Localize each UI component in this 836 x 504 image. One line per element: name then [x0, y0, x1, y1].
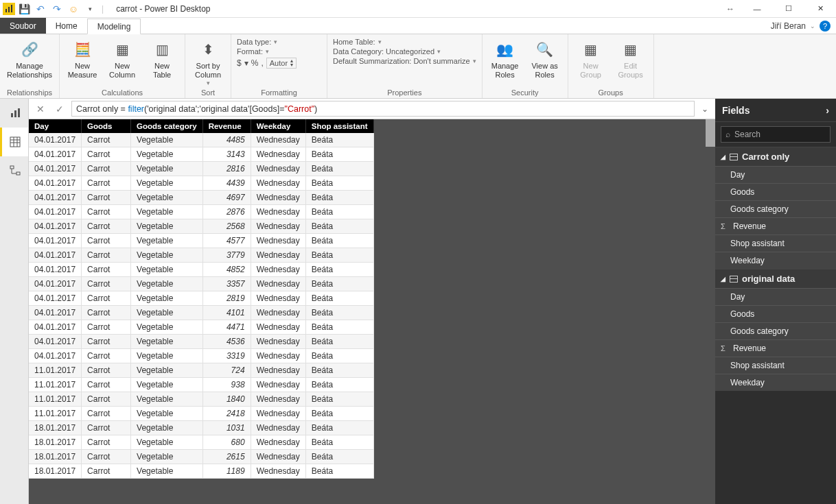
maximize-button[interactable]: ☐ — [773, 0, 804, 18]
table-cell[interactable]: Wednesday — [251, 234, 305, 248]
table-cell[interactable]: 04.01.2017 — [29, 248, 82, 263]
table-cell[interactable]: Wednesday — [251, 162, 305, 176]
table-cell[interactable]: Vegetable — [131, 205, 203, 219]
table-row[interactable]: 18.01.2017CarrotVegetable680WednesdayBeá… — [29, 435, 373, 450]
table-cell[interactable]: 04.01.2017 — [29, 191, 82, 205]
table-cell[interactable]: Beáta — [305, 464, 373, 479]
field-item[interactable]: Shop assistant — [715, 235, 836, 252]
table-row[interactable]: 04.01.2017CarrotVegetable4485WednesdayBe… — [29, 133, 373, 147]
table-cell[interactable]: Wednesday — [251, 176, 305, 191]
table-cell[interactable]: Beáta — [305, 277, 373, 291]
table-cell[interactable]: Beáta — [305, 392, 373, 407]
field-item[interactable]: Goods — [715, 183, 836, 200]
table-cell[interactable]: 18.01.2017 — [29, 450, 82, 464]
help-icon[interactable]: ? — [820, 21, 831, 32]
data-type-dropdown[interactable]: Data type:▾ — [237, 37, 321, 47]
table-cell[interactable]: Wednesday — [251, 363, 305, 378]
table-cell[interactable]: Vegetable — [131, 349, 203, 363]
table-cell[interactable]: Wednesday — [251, 133, 305, 147]
table-cell[interactable]: 2568 — [202, 219, 251, 234]
table-cell[interactable]: Wednesday — [251, 392, 305, 407]
table-cell[interactable]: Vegetable — [131, 162, 203, 176]
table-cell[interactable]: 3779 — [202, 248, 251, 263]
table-cell[interactable]: Vegetable — [131, 219, 203, 234]
table-cell[interactable]: Beáta — [305, 248, 373, 263]
table-row[interactable]: 04.01.2017CarrotVegetable4536WednesdayBe… — [29, 335, 373, 349]
table-cell[interactable]: 04.01.2017 — [29, 133, 82, 147]
resize-icon[interactable]: ↔ — [726, 4, 741, 14]
table-row[interactable]: 04.01.2017CarrotVegetable2568WednesdayBe… — [29, 219, 373, 234]
feedback-icon[interactable]: ☺ — [66, 1, 81, 16]
table-cell[interactable]: 04.01.2017 — [29, 291, 82, 306]
table-cell[interactable]: Carrot — [82, 363, 131, 378]
table-cell[interactable]: Beáta — [305, 162, 373, 176]
new-table-button[interactable]: ▥New Table — [145, 37, 179, 80]
chevron-down-icon[interactable]: ⌄ — [810, 23, 815, 29]
table-cell[interactable]: 04.01.2017 — [29, 320, 82, 335]
table-row[interactable]: 11.01.2017CarrotVegetable2418WednesdayBe… — [29, 407, 373, 421]
table-cell[interactable]: Beáta — [305, 421, 373, 435]
table-cell[interactable]: Vegetable — [131, 191, 203, 205]
table-cell[interactable]: Carrot — [82, 248, 131, 263]
default-summarization-dropdown[interactable]: Default Summarization: Don't summarize▾ — [333, 56, 476, 66]
new-group-button[interactable]: ▦New Group — [574, 37, 608, 80]
table-cell[interactable]: Wednesday — [251, 147, 305, 162]
table-cell[interactable]: 11.01.2017 — [29, 407, 82, 421]
field-item[interactable]: Shop assistant — [715, 357, 836, 374]
table-cell[interactable]: Vegetable — [131, 421, 203, 435]
data-view-button[interactable] — [0, 128, 28, 156]
table-cell[interactable]: Beáta — [305, 407, 373, 421]
field-item[interactable]: Day — [715, 288, 836, 305]
table-row[interactable]: 18.01.2017CarrotVegetable2615WednesdayBe… — [29, 450, 373, 464]
thousands-button[interactable]: , — [261, 58, 263, 68]
table-cell[interactable]: 04.01.2017 — [29, 205, 82, 219]
table-cell[interactable]: Beáta — [305, 349, 373, 363]
home-table-dropdown[interactable]: Home Table:▾ — [333, 37, 476, 47]
table-cell[interactable]: Vegetable — [131, 335, 203, 349]
table-cell[interactable]: Carrot — [82, 176, 131, 191]
qat-dropdown-icon[interactable]: ▾ — [82, 1, 97, 16]
table-cell[interactable]: Vegetable — [131, 464, 203, 479]
table-row[interactable]: 04.01.2017CarrotVegetable4697WednesdayBe… — [29, 191, 373, 205]
table-cell[interactable]: 04.01.2017 — [29, 219, 82, 234]
table-cell[interactable]: Wednesday — [251, 219, 305, 234]
table-row[interactable]: 18.01.2017CarrotVegetable1189WednesdayBe… — [29, 464, 373, 479]
table-cell[interactable]: Beáta — [305, 291, 373, 306]
table-cell[interactable]: Beáta — [305, 147, 373, 162]
field-item[interactable]: Weekday — [715, 374, 836, 391]
model-view-button[interactable] — [0, 156, 28, 185]
table-cell[interactable]: Wednesday — [251, 349, 305, 363]
table-row[interactable]: 04.01.2017CarrotVegetable3357WednesdayBe… — [29, 277, 373, 291]
table-cell[interactable]: 4697 — [202, 191, 251, 205]
chevron-right-icon[interactable]: › — [826, 105, 829, 116]
table-cell[interactable]: 04.01.2017 — [29, 234, 82, 248]
field-item[interactable]: Weekday — [715, 252, 836, 269]
table-cell[interactable]: 04.01.2017 — [29, 147, 82, 162]
table-cell[interactable]: Carrot — [82, 378, 131, 392]
table-cell[interactable]: Carrot — [82, 349, 131, 363]
table-cell[interactable]: Vegetable — [131, 392, 203, 407]
view-as-roles-button[interactable]: 🔍View as Roles — [528, 37, 562, 80]
field-item[interactable]: ΣRevenue — [715, 339, 836, 357]
user-name[interactable]: Jiří Beran — [771, 21, 806, 31]
table-cell[interactable]: Wednesday — [251, 450, 305, 464]
new-column-button[interactable]: ▦New Column — [105, 37, 139, 80]
undo-icon[interactable]: ↶ — [33, 1, 48, 16]
field-item[interactable]: Goods — [715, 305, 836, 322]
table-row[interactable]: 04.01.2017CarrotVegetable4852WednesdayBe… — [29, 263, 373, 277]
table-cell[interactable]: Beáta — [305, 234, 373, 248]
table-cell[interactable]: Beáta — [305, 205, 373, 219]
column-header[interactable]: Shop assistant — [305, 119, 373, 133]
table-cell[interactable]: Beáta — [305, 450, 373, 464]
manage-relationships-button[interactable]: 🔗Manage Relationships — [5, 37, 54, 80]
table-cell[interactable]: Carrot — [82, 392, 131, 407]
table-cell[interactable]: 04.01.2017 — [29, 349, 82, 363]
table-cell[interactable]: Wednesday — [251, 320, 305, 335]
table-cell[interactable]: Beáta — [305, 263, 373, 277]
table-cell[interactable]: Beáta — [305, 176, 373, 191]
table-cell[interactable]: 2876 — [202, 205, 251, 219]
table-cell[interactable]: Beáta — [305, 435, 373, 450]
table-cell[interactable]: Carrot — [82, 133, 131, 147]
expand-formula-icon[interactable]: ⌄ — [699, 104, 711, 114]
redo-icon[interactable]: ↷ — [49, 1, 65, 16]
